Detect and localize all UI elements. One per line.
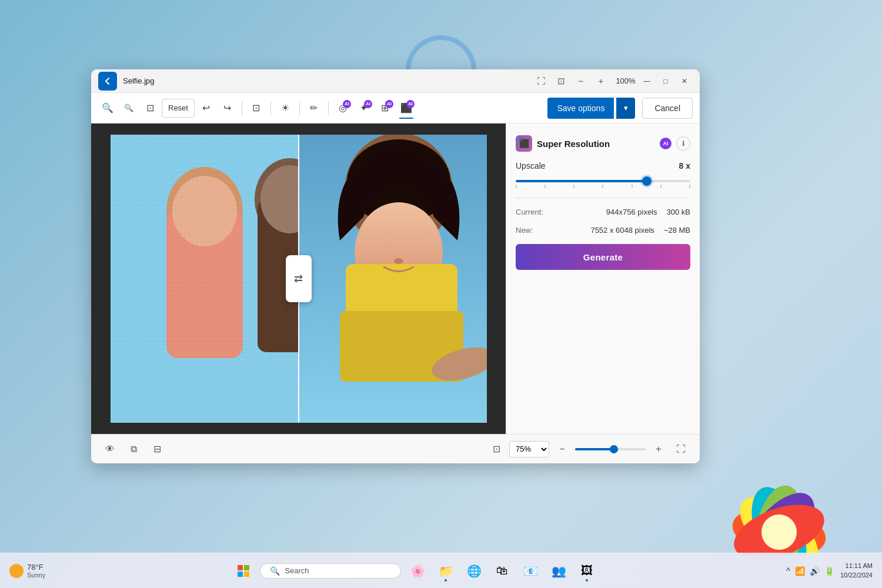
zoom-in-toolbar-btn[interactable]: 🔍	[98, 99, 117, 118]
layers-btn[interactable]: ⧉	[124, 440, 143, 459]
comparison-handle[interactable]: ⇄	[286, 255, 312, 302]
dropdown-chevron-icon: ▾	[624, 103, 628, 112]
fit-frame-btn[interactable]: ⊡	[141, 99, 159, 118]
zoom-thumb[interactable]	[610, 445, 618, 453]
edge-icon: 🌐	[467, 564, 482, 578]
generate-button[interactable]: Generate	[516, 244, 690, 270]
bg-remove-ai-btn[interactable]: ⊞ AI	[376, 99, 395, 118]
back-button[interactable]	[98, 72, 117, 91]
taskbar-app-edge[interactable]: 🌐	[462, 559, 486, 583]
expand-btn[interactable]: ⛶	[533, 73, 549, 89]
weather-info: 78°F Sunny	[27, 563, 45, 579]
weather-sun-icon	[9, 564, 24, 578]
top-arc-decoration	[406, 35, 476, 71]
slider-track[interactable]	[516, 180, 690, 182]
taskbar-app-file-explorer[interactable]: 📁	[434, 559, 457, 583]
taskbar-app-store[interactable]: 🛍	[490, 559, 514, 583]
system-clock[interactable]: 11:11 AM 10/22/2024	[840, 562, 873, 580]
crop-icon: ⊡	[252, 102, 260, 113]
view-toggle-btn[interactable]: 👁	[101, 440, 119, 459]
cancel-button[interactable]: Cancel	[642, 98, 693, 119]
svg-point-35	[394, 258, 403, 264]
zoom-area: ⊡ 75% 100% 150% 200% − + ⛶	[487, 440, 690, 459]
taskbar-search[interactable]: 🔍 Search	[260, 563, 401, 579]
slider-ticks	[516, 185, 690, 188]
svg-point-6	[727, 494, 831, 556]
separator-4	[328, 101, 329, 115]
tick-4	[602, 185, 603, 188]
zoom-select[interactable]: 75% 100% 150% 200%	[509, 441, 549, 457]
weather-widget[interactable]: 78°F Sunny	[9, 563, 45, 579]
redo-icon: ↪	[223, 102, 231, 113]
fullscreen-icon: ⛶	[676, 444, 686, 455]
fit-page-btn[interactable]: ⊡	[553, 73, 569, 89]
adjust-btn[interactable]: ☀	[276, 99, 295, 118]
bottom-toolbar: 👁 ⧉ ⊟ ⊡ 75% 100% 150% 200% −	[91, 434, 700, 463]
zoom-out-bottom-btn[interactable]: −	[553, 440, 572, 459]
taskbar-app-widgets[interactable]: 🌸	[406, 559, 429, 583]
photo-right-panel	[299, 135, 487, 423]
weather-desc: Sunny	[27, 572, 45, 579]
start-button[interactable]	[232, 559, 255, 583]
redo-btn[interactable]: ↪	[218, 99, 237, 118]
fullscreen-btn[interactable]: ⛶	[671, 440, 690, 459]
svg-point-2	[728, 484, 830, 556]
toolbar: 🔍 🔍 ⊡ Reset ↩ ↪ ⊡ ☀ ✏ ◎ AI	[91, 93, 700, 123]
zoom-in-btn[interactable]: +	[593, 73, 609, 89]
super-res-panel-icon: ⬛	[516, 135, 532, 152]
upscale-label: Upscale	[516, 161, 546, 171]
battery-icon[interactable]: 🔋	[823, 565, 836, 577]
search-label: Search	[285, 566, 309, 575]
zoom-out-bottom-icon: −	[559, 444, 564, 455]
window-controls: — □ ✕	[639, 73, 693, 89]
zoom-in-icon: 🔍	[102, 102, 113, 113]
erase-ai-btn[interactable]: ◎ AI	[333, 99, 352, 118]
volume-icon[interactable]: 🔊	[808, 565, 821, 577]
minimize-button[interactable]: —	[639, 73, 655, 89]
save-dropdown-button[interactable]: ▾	[616, 98, 635, 119]
fit-frame-icon: ⊡	[146, 102, 154, 113]
reset-btn[interactable]: Reset	[162, 99, 195, 118]
gen-erase-ai-btn[interactable]: ✦ AI	[355, 99, 373, 118]
photos-icon: 🖼	[581, 564, 593, 577]
zoom-slider-track[interactable]	[575, 448, 646, 450]
save-options-button[interactable]: Save options	[547, 98, 614, 119]
info-divider-1	[516, 198, 690, 198]
panel-info-button[interactable]: ℹ	[676, 136, 690, 151]
super-res-ai-btn[interactable]: ⬛ AI	[397, 99, 416, 118]
svg-point-1	[729, 501, 829, 556]
panel-ai-badge: AI	[660, 138, 671, 149]
current-size: 300 kB	[667, 208, 690, 216]
widgets-icon: 🌸	[410, 564, 425, 578]
network-icon[interactable]: 📶	[794, 565, 806, 577]
tick-3	[573, 185, 574, 188]
adjust-icon: ☀	[281, 102, 289, 113]
undo-btn[interactable]: ↩	[197, 99, 216, 118]
split-view-btn[interactable]: ⊟	[148, 440, 166, 459]
slider-fill	[516, 180, 647, 182]
tray-chevron[interactable]: ^	[785, 565, 791, 577]
maximize-button[interactable]: □	[657, 73, 674, 89]
close-button[interactable]: ✕	[676, 73, 693, 89]
weather-temp: 78°F	[27, 563, 45, 572]
split-icon: ⊟	[153, 443, 161, 455]
taskbar-app-teams[interactable]: 👥	[547, 559, 570, 583]
windows-logo-blue	[238, 572, 243, 577]
crop-btn[interactable]: ⊡	[247, 99, 266, 118]
app-window: Selfie.jpg ⛶ ⊡ − + 100% — □ ✕ 🔍 🔍 ⊡ Rese…	[91, 69, 700, 463]
new-info-row: New: 7552 x 6048 pixels ~28 MB	[516, 226, 690, 235]
zoom-out-toolbar-btn[interactable]: 🔍	[119, 99, 138, 118]
zoom-out-icon: 🔍	[124, 103, 133, 112]
fit-window-icon: ⊡	[493, 443, 500, 455]
zoom-out-btn[interactable]: −	[573, 73, 589, 89]
enhanced-photo	[299, 135, 487, 423]
draw-btn[interactable]: ✏	[305, 99, 323, 118]
zoom-in-bottom-btn[interactable]: +	[649, 440, 668, 459]
taskbar-app-photos[interactable]: 🖼	[575, 559, 599, 583]
search-icon: 🔍	[270, 566, 280, 576]
clock-time: 11:11 AM	[840, 562, 873, 570]
slider-thumb[interactable]	[642, 176, 652, 186]
fit-window-btn[interactable]: ⊡	[487, 440, 506, 459]
taskbar-app-mail[interactable]: 📧	[519, 559, 542, 583]
svg-point-5	[731, 481, 827, 556]
